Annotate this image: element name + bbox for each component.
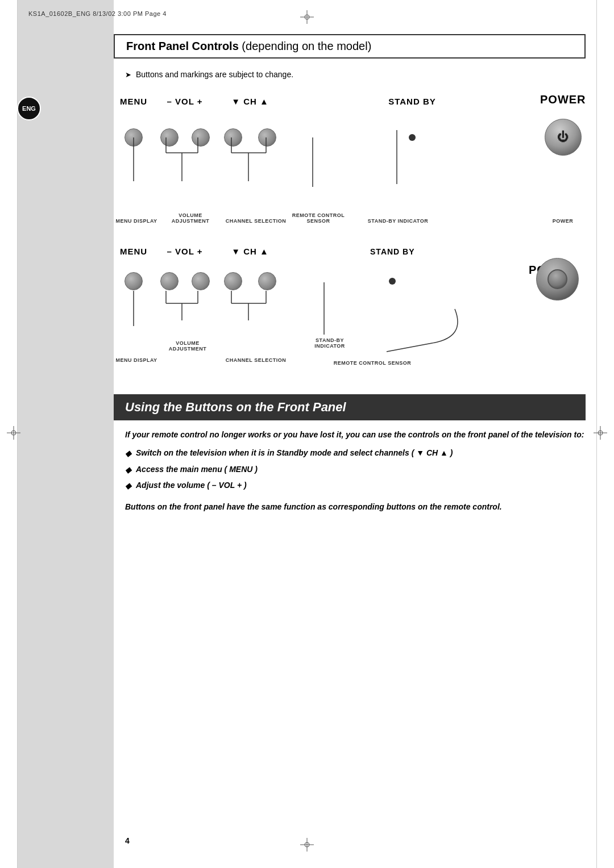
header-meta: KS1A_01602B_ENG 8/13/02 3:00 PM Page 4 [28, 10, 167, 17]
vol-label: – VOL + [154, 97, 216, 106]
front-panel-section-box: Front Panel Controls (depending on the m… [114, 34, 586, 59]
eng-badge: ENG [17, 97, 41, 120]
using-section: Using the Buttons on the Front Panel If … [114, 394, 586, 513]
diagram1-lines [114, 93, 586, 224]
crosshair-top [300, 10, 314, 26]
diagram1-top-labels: MENU – VOL + ▼ CH ▲ STAND BY POWER [114, 93, 586, 106]
section1-title: Front Panel Controls (depending on the m… [126, 40, 371, 52]
intro-text: If your remote control no longer works o… [125, 429, 586, 441]
power-button-2[interactable] [536, 258, 579, 301]
bullet-1: ◆ Switch on the television when it is in… [125, 448, 586, 460]
page-number: 4 [125, 836, 130, 845]
main-content: Front Panel Controls (depending on the m… [114, 28, 586, 520]
crosshair-bottom [300, 838, 314, 854]
bullet-3: ◆ Adjust the volume ( – VOL + ) [125, 480, 586, 492]
footer-text: Buttons on the front panel have the same… [125, 501, 586, 513]
vol-plus-button[interactable] [192, 128, 210, 147]
power-button[interactable]: ⏻ [545, 119, 582, 156]
standby-indicator [409, 134, 416, 141]
menu-button[interactable] [125, 128, 143, 147]
power-button-2-container [532, 258, 583, 301]
ch-down-button-2[interactable] [224, 272, 242, 290]
svg-line-31 [387, 343, 432, 352]
ch-up-button-2[interactable] [258, 272, 276, 290]
ch-up-button[interactable] [258, 128, 276, 147]
ch-down-button[interactable] [224, 128, 242, 147]
crosshair-right [594, 426, 607, 442]
diagram2: MENU – VOL + ▼ CH ▲ STAND BY POWER [114, 247, 586, 366]
diagram2-top-labels: MENU – VOL + ▼ CH ▲ STAND BY [114, 247, 501, 256]
section1-note: Buttons and markings are subject to chan… [125, 70, 586, 79]
vol-minus-button-2[interactable] [160, 272, 179, 290]
standby-label: STAND BY [387, 97, 438, 106]
ch-label: ▼ CH ▲ [216, 97, 284, 106]
vol-plus-button-2[interactable] [192, 272, 210, 290]
using-section-content: If your remote control no longer works o… [114, 429, 586, 513]
diagram1: MENU – VOL + ▼ CH ▲ STAND BY POWER [114, 93, 586, 224]
standby-indicator-2 [389, 278, 396, 285]
menu-label: MENU [114, 97, 154, 106]
power-label: POWER [540, 93, 586, 106]
sidebar [17, 0, 114, 868]
bullet-2: ◆ Access the main menu ( MENU ) [125, 464, 586, 476]
diagram1-buttons: ⏻ [114, 119, 586, 156]
vol-minus-button[interactable] [160, 128, 179, 147]
using-section-header: Using the Buttons on the Front Panel [114, 394, 586, 420]
crosshair-left [7, 426, 20, 442]
diagram2-buttons [114, 272, 501, 290]
menu-button-2[interactable] [125, 272, 143, 290]
